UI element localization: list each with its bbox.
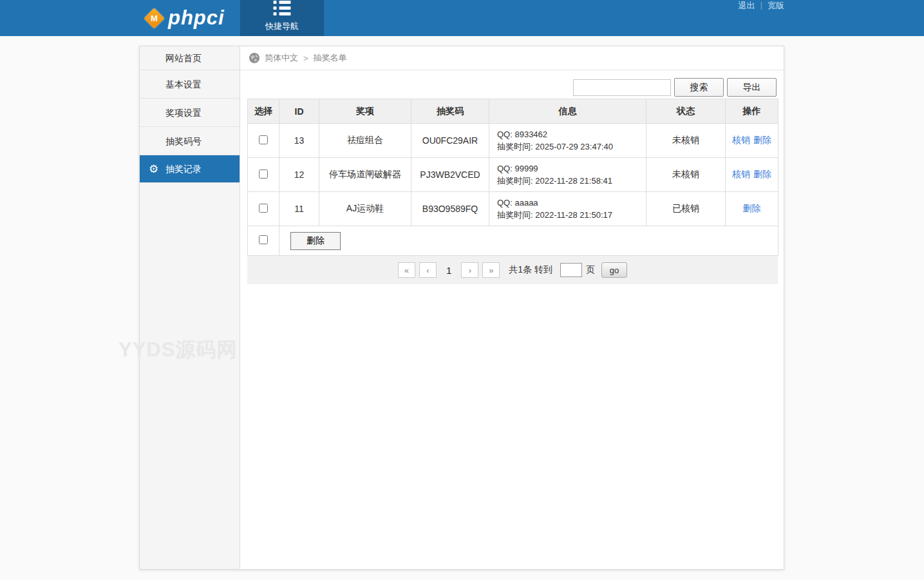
table-row: 12 停车场道闸破解器 PJ3WB2VCED QQ: 99999 抽奖时间: 2… xyxy=(248,158,778,192)
cell-info: QQ: 8933462 抽奖时间: 2025-07-29 23:47:40 xyxy=(489,124,646,158)
gear-icon: ⚙ xyxy=(149,155,158,183)
cell-actions: 核销删除 xyxy=(726,158,778,192)
quick-nav-tab[interactable]: 快捷导航 xyxy=(240,0,324,36)
qq-line: QQ: aaaaa xyxy=(497,197,646,209)
breadcrumb-lang[interactable]: 简体中文 xyxy=(265,52,298,64)
cell-code: PJ3WB2VCED xyxy=(411,158,489,192)
delete-link[interactable]: 删除 xyxy=(743,203,761,213)
sidebar-item-prize-settings[interactable]: 奖项设置 xyxy=(140,99,240,127)
delete-link[interactable]: 删除 xyxy=(753,135,771,145)
main-area: 简体中文 > 抽奖名单 搜索 导出 选择 ID 奖项 抽奖码 信息 状态 xyxy=(240,46,784,569)
table-row: 11 AJ运动鞋 B93O9589FQ QQ: aaaaa 抽奖时间: 2022… xyxy=(248,192,778,226)
col-status: 状态 xyxy=(646,99,726,124)
search-input[interactable] xyxy=(573,79,671,96)
row-checkbox[interactable] xyxy=(259,204,268,213)
cell-code: B93O9589FQ xyxy=(411,192,489,226)
cell-id: 12 xyxy=(279,158,319,192)
toolbar: 搜索 导出 xyxy=(247,78,777,97)
table-row: 13 祛痘组合 OU0FC29AIR QQ: 8933462 抽奖时间: 202… xyxy=(248,124,778,158)
cell-actions: 删除 xyxy=(726,192,778,226)
search-button[interactable]: 搜索 xyxy=(674,78,724,97)
col-action: 操作 xyxy=(726,99,778,124)
top-header: M phpci 快捷导航 退出 | 宽版 xyxy=(0,0,924,36)
table-header-row: 选择 ID 奖项 抽奖码 信息 状态 操作 xyxy=(248,99,778,124)
content-panel: 网站首页 基本设置 奖项设置 抽奖码号 ⚙ 抽奖记录 简体中文 > 抽奖名单 搜… xyxy=(139,46,784,570)
export-button[interactable]: 导出 xyxy=(727,78,777,97)
breadcrumb-separator: > xyxy=(303,53,308,63)
cell-prize: AJ运动鞋 xyxy=(319,192,411,226)
col-prize: 奖项 xyxy=(319,99,411,124)
breadcrumb: 简体中文 > 抽奖名单 xyxy=(240,46,784,70)
verify-link[interactable]: 核销 xyxy=(732,135,750,145)
qq-line: QQ: 8933462 xyxy=(497,128,646,140)
page-suffix: 页 xyxy=(586,264,595,276)
col-id: ID xyxy=(279,99,319,124)
time-line: 抽奖时间: 2022-11-28 21:58:41 xyxy=(497,175,646,187)
delete-link[interactable]: 删除 xyxy=(753,169,771,179)
batch-row: 删除 xyxy=(248,226,778,256)
col-select: 选择 xyxy=(248,99,279,124)
pagination-prev-button[interactable]: ‹ xyxy=(419,262,437,278)
menu-list-icon xyxy=(274,1,291,15)
pagination-next-button[interactable]: › xyxy=(461,262,478,278)
pagination-first-button[interactable]: « xyxy=(398,262,415,278)
time-line: 抽奖时间: 2022-11-28 21:50:17 xyxy=(497,209,646,221)
quick-nav-label: 快捷导航 xyxy=(265,21,299,32)
breadcrumb-current: 抽奖名单 xyxy=(314,52,347,64)
brand-name: phpci xyxy=(168,6,225,30)
brand-logo[interactable]: M phpci xyxy=(147,0,225,36)
batch-checkbox[interactable] xyxy=(259,235,268,244)
cell-info: QQ: aaaaa 抽奖时间: 2022-11-28 21:50:17 xyxy=(489,192,646,226)
time-line: 抽奖时间: 2025-07-29 23:47:40 xyxy=(497,140,646,153)
cell-status: 未核销 xyxy=(646,158,726,192)
row-checkbox[interactable] xyxy=(259,169,268,179)
cell-id: 13 xyxy=(279,124,319,158)
logout-link[interactable]: 退出 xyxy=(739,0,755,12)
sidebar: 网站首页 基本设置 奖项设置 抽奖码号 ⚙ 抽奖记录 xyxy=(140,46,240,569)
records-table: 选择 ID 奖项 抽奖码 信息 状态 操作 13 祛痘组合 OU0FC29AIR… xyxy=(247,99,778,256)
pagination-total-text: 共1条 转到 xyxy=(509,264,552,276)
cell-code: OU0FC29AIR xyxy=(411,124,489,158)
cell-id: 11 xyxy=(279,192,319,226)
pagination-last-button[interactable]: » xyxy=(482,262,500,278)
pagination: « ‹ 1 › » 共1条 转到 页 go xyxy=(247,256,778,284)
brand-logo-icon: M xyxy=(144,8,165,29)
goto-page-input[interactable] xyxy=(560,263,582,277)
pagination-go-button[interactable]: go xyxy=(601,262,627,278)
cell-status: 已核销 xyxy=(646,192,726,226)
cell-status: 未核销 xyxy=(646,124,726,158)
col-code: 抽奖码 xyxy=(411,99,489,124)
sidebar-item-label: 抽奖记录 xyxy=(165,164,202,174)
row-checkbox[interactable] xyxy=(259,135,268,144)
cell-info: QQ: 99999 抽奖时间: 2022-11-28 21:58:41 xyxy=(489,158,646,192)
batch-delete-button[interactable]: 删除 xyxy=(290,232,341,250)
verify-link[interactable]: 核销 xyxy=(732,169,750,179)
link-separator: | xyxy=(760,0,762,10)
header-links: 退出 | 宽版 xyxy=(739,0,784,12)
sidebar-item-lottery-records[interactable]: ⚙ 抽奖记录 xyxy=(140,155,240,183)
col-info: 信息 xyxy=(489,99,646,124)
wide-version-link[interactable]: 宽版 xyxy=(768,0,784,12)
qq-line: QQ: 99999 xyxy=(497,162,646,175)
globe-icon xyxy=(249,53,259,63)
cell-actions: 核销删除 xyxy=(726,124,778,158)
pagination-current-page: 1 xyxy=(446,265,451,276)
sidebar-item-home[interactable]: 网站首页 xyxy=(140,46,240,70)
sidebar-item-basic-settings[interactable]: 基本设置 xyxy=(140,70,240,99)
cell-prize: 停车场道闸破解器 xyxy=(319,158,411,192)
sidebar-item-lottery-codes[interactable]: 抽奖码号 xyxy=(140,127,240,155)
cell-prize: 祛痘组合 xyxy=(319,124,411,158)
